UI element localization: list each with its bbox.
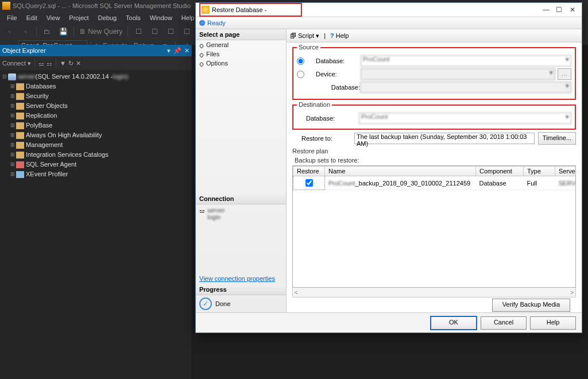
- timeline-button[interactable]: Timeline...: [538, 132, 576, 145]
- progress-check-icon: ✓: [199, 297, 212, 310]
- object-explorer-tree[interactable]: ⊟server(SQL Server 14.0.2002.14 - login)…: [0, 70, 192, 379]
- connection-header: Connection: [196, 194, 286, 204]
- destination-group: Destination Database: ProCount: [292, 105, 576, 130]
- pin-icon[interactable]: 📌: [173, 47, 181, 54]
- object-explorer-panel: Object Explorer ▾ 📌 ✕ Connect ▾ ⚍ ⚏ ▼ ↻ …: [0, 45, 192, 379]
- close-icon[interactable]: ✕: [184, 47, 189, 54]
- dropdown-icon[interactable]: ▾: [167, 47, 171, 54]
- tb-icon[interactable]: ⚏: [47, 60, 52, 67]
- app-icon: [2, 2, 10, 10]
- source-database-combo[interactable]: ProCount: [361, 55, 571, 67]
- browse-button[interactable]: …: [558, 68, 571, 80]
- filter-icon[interactable]: ▼: [60, 60, 66, 67]
- page-general[interactable]: General: [196, 40, 286, 49]
- menu-view[interactable]: View: [42, 14, 65, 21]
- connect-button[interactable]: Connect ▾: [2, 60, 31, 67]
- menu-file[interactable]: File: [2, 14, 22, 21]
- select-page-header: Select a page: [196, 29, 286, 40]
- tb-icon[interactable]: ↻: [68, 60, 74, 67]
- save-icon[interactable]: 💾: [56, 26, 71, 37]
- folder-icon: [16, 152, 24, 158]
- maximize-icon[interactable]: ☐: [554, 6, 565, 14]
- status-ready: Ready: [196, 17, 582, 29]
- page-files[interactable]: Files: [196, 49, 286, 59]
- agent-icon: [16, 161, 24, 168]
- folder-icon: [16, 103, 24, 110]
- verify-backup-button[interactable]: Verify Backup Media: [492, 299, 570, 312]
- horizontal-scrollbar[interactable]: <>: [292, 288, 576, 297]
- tb-icon[interactable]: ✕: [76, 60, 81, 67]
- open-icon[interactable]: 🗀: [40, 26, 55, 37]
- table-row[interactable]: ProCount_backup_2018_09_30_010002_211245…: [293, 176, 577, 190]
- restore-database-dialog: Restore Database - — ☐ ✕ Ready Select a …: [195, 2, 582, 333]
- cancel-button[interactable]: Cancel: [481, 316, 527, 330]
- folder-icon: [16, 113, 24, 119]
- menu-project[interactable]: Project: [64, 14, 93, 21]
- tb-icon[interactable]: ☐: [179, 26, 194, 37]
- object-explorer-toolbar: Connect ▾ ⚍ ⚏ ▼ ↻ ✕: [0, 56, 192, 70]
- folder-icon: [16, 93, 24, 100]
- back-icon[interactable]: ◦: [2, 26, 17, 37]
- page-options[interactable]: Options: [196, 59, 286, 68]
- progress-done: Done: [215, 300, 230, 307]
- tb-icon[interactable]: ☐: [163, 26, 178, 37]
- dialog-titlebar[interactable]: Restore Database - — ☐ ✕: [196, 3, 582, 17]
- view-connection-link[interactable]: View connection properties: [196, 273, 286, 284]
- restore-checkbox[interactable]: [305, 179, 313, 187]
- server-icon: [8, 74, 16, 80]
- source-legend: Source: [297, 44, 320, 51]
- fwd-icon[interactable]: ◦: [18, 26, 33, 37]
- xevent-icon: [16, 171, 24, 178]
- destination-legend: Destination: [297, 101, 332, 108]
- dialog-title: Restore Database -: [212, 6, 266, 13]
- new-query-button[interactable]: 🗎 New Query: [77, 26, 125, 37]
- dialog-icon: [202, 6, 210, 14]
- destination-database-combo[interactable]: ProCount: [359, 113, 571, 124]
- close-icon[interactable]: ✕: [567, 6, 578, 14]
- backup-sets-grid[interactable]: Restore Name Component Type Server Datab…: [292, 165, 576, 288]
- source-group: Source Database: ProCount Device: …: [292, 47, 576, 100]
- source-db-disabled: [360, 82, 571, 93]
- menu-edit[interactable]: Edit: [22, 14, 42, 21]
- ok-button[interactable]: OK: [430, 316, 477, 330]
- folder-icon: [16, 83, 24, 90]
- folder-icon: [16, 142, 24, 149]
- dialog-sidebar: Select a page General Files Options Conn…: [196, 29, 287, 312]
- folder-icon: [16, 132, 24, 139]
- help-button[interactable]: ? Help: [330, 32, 349, 39]
- restore-to-field: The last backup taken (Sunday, September…: [354, 133, 535, 144]
- menu-tools[interactable]: Tools: [121, 14, 145, 21]
- progress-header: Progress: [196, 284, 286, 295]
- source-database-radio[interactable]: [297, 57, 304, 65]
- dialog-footer: OK Cancel Help: [196, 312, 582, 332]
- help-button[interactable]: Help: [530, 316, 576, 330]
- script-button[interactable]: 🗐 Script ▾: [290, 32, 319, 40]
- source-device-radio[interactable]: [297, 71, 304, 78]
- tb-icon[interactable]: ☐: [131, 26, 146, 37]
- script-bar: 🗐 Script ▾ | ? Help: [287, 29, 582, 42]
- ready-icon: [199, 20, 205, 26]
- menu-window[interactable]: Window: [145, 14, 177, 21]
- folder-icon: [16, 122, 24, 129]
- minimize-icon[interactable]: —: [540, 6, 552, 14]
- tb-icon[interactable]: ☐: [147, 26, 162, 37]
- app-title: SQLQuery2.sql - ... - Microsoft SQL Serv…: [13, 2, 191, 9]
- object-explorer-title: Object Explorer ▾ 📌 ✕: [0, 45, 192, 56]
- source-device-field: [361, 68, 555, 80]
- restore-plan: Restore plan Backup sets to restore: Res…: [287, 148, 582, 312]
- tb-icon[interactable]: ⚍: [38, 60, 44, 67]
- server-icon: ⚍: [199, 207, 205, 221]
- menu-debug[interactable]: Debug: [94, 14, 121, 21]
